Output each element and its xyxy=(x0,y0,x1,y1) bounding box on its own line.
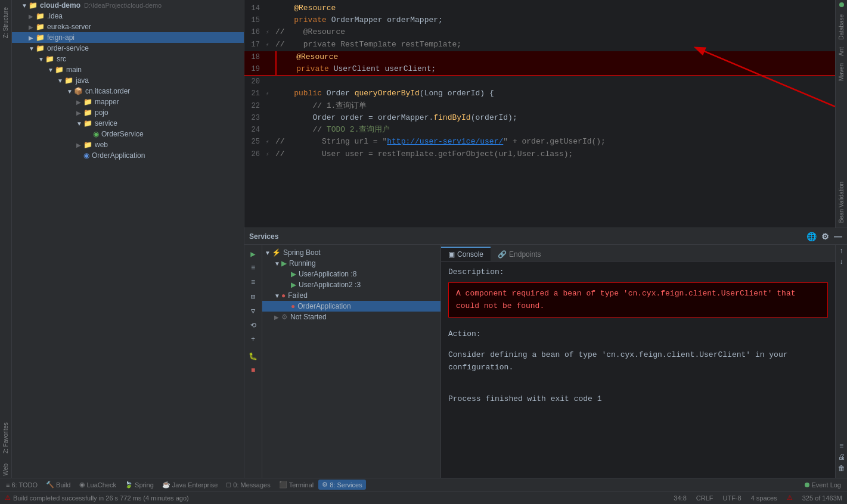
svc-orderapplication[interactable]: ● OrderApplication xyxy=(262,301,440,312)
tree-label: eureka-server xyxy=(47,23,91,31)
tree-label: src xyxy=(57,55,66,63)
tree-item-web[interactable]: ▶ 📁 web xyxy=(12,139,244,150)
build-tab[interactable]: 🔨 Build xyxy=(42,480,74,490)
print-button[interactable]: 🖨 xyxy=(838,453,845,462)
status-encoding: UTF-8 xyxy=(723,494,741,502)
scroll-down-button[interactable]: ↓ xyxy=(839,258,843,266)
refresh-button[interactable]: ⟲ xyxy=(247,319,260,332)
globe-icon[interactable]: 🌐 xyxy=(806,232,817,241)
expand-arrow: ▶ xyxy=(274,314,281,321)
scroll-up-button[interactable]: ↑ xyxy=(839,247,843,256)
folder-icon: 📁 xyxy=(83,119,92,127)
favorites-label[interactable]: 2: Favorites xyxy=(1,420,10,456)
tree-item-package[interactable]: ▼ 📦 cn.itcast.order xyxy=(12,86,244,97)
svc-userapplication[interactable]: ▶ UserApplication :8 xyxy=(262,269,440,279)
console-tab-console[interactable]: ▣ Console xyxy=(441,247,491,261)
collapse-all-button[interactable]: ≡ xyxy=(247,262,260,275)
structure-label[interactable]: Z: Structure xyxy=(1,5,10,41)
tree-item-cloud-demo[interactable]: ▼ 📁 cloud-demo D:\IdeaProject\cloud-demo xyxy=(12,0,244,11)
database-tab[interactable]: Database xyxy=(837,12,846,42)
folder-icon: 📁 xyxy=(36,12,45,20)
line-num-17: 17 xyxy=(244,39,266,51)
running-icon: ▶ xyxy=(291,281,296,289)
tree-label: feign-api xyxy=(47,33,75,42)
event-log-tab[interactable]: Event Log xyxy=(801,480,845,490)
line-num-14: 14 xyxy=(244,2,266,14)
tree-item-java[interactable]: ▼ 📁 java xyxy=(12,75,244,86)
tree-item-service[interactable]: ▼ 📁 service xyxy=(12,118,244,129)
tree-item-order-service[interactable]: ▼ 📁 order-service xyxy=(12,43,244,54)
tree-item-idea[interactable]: ▶ 📁 .idea xyxy=(12,11,244,21)
expand-all-button[interactable]: ≡ xyxy=(247,276,260,289)
messages-tab[interactable]: ◻ 0: Messages xyxy=(222,480,274,490)
folder-icon: 📁 xyxy=(55,66,64,74)
java-enterprise-tab[interactable]: ☕ Java Enterprise xyxy=(159,480,221,490)
svc-failed[interactable]: ▼ ● Failed xyxy=(262,290,440,301)
line-num-25: 25 xyxy=(244,136,266,148)
ant-tab[interactable]: Ant xyxy=(837,45,846,58)
luacheck-label: LuaCheck xyxy=(87,481,117,489)
spring-tab[interactable]: 🍃 Spring xyxy=(121,480,157,490)
services-header: Services 🌐 ⚙ — xyxy=(244,228,847,245)
line-num-16: 16 xyxy=(244,26,266,38)
tree-item-eureka[interactable]: ▶ 📁 eureka-server xyxy=(12,21,244,32)
code-line-14: 14 @Resource xyxy=(244,2,847,14)
line-num-15: 15 xyxy=(244,14,266,26)
services-tab[interactable]: ⚙ 8: Services xyxy=(318,480,365,490)
line-num-24: 24 xyxy=(244,124,266,136)
event-log-label: Event Log xyxy=(811,481,841,489)
tree-label: .idea xyxy=(47,12,63,20)
svc-not-started[interactable]: ▶ ⚙ Not Started xyxy=(262,312,440,322)
line-num-23: 23 xyxy=(244,112,266,124)
stop-button[interactable]: ■ xyxy=(247,364,260,377)
code-line-15: 15 private OrderMapper orderMapper; xyxy=(244,14,847,26)
run-button[interactable]: ▶ xyxy=(247,247,260,260)
svc-spring-boot[interactable]: ▼ ⚡ Spring Boot xyxy=(262,247,440,258)
svc-running[interactable]: ▼ ▶ Running xyxy=(262,258,440,269)
scroll-bar-button[interactable]: ≡ xyxy=(839,442,843,450)
console-process-message: Process finished with exit code 1 xyxy=(448,393,828,406)
minimize-icon[interactable]: — xyxy=(834,232,842,241)
trash-button[interactable]: 🗑 xyxy=(838,464,845,473)
tree-item-orderapplication[interactable]: ◉ OrderApplication xyxy=(12,150,244,161)
add-button[interactable]: + xyxy=(247,333,260,346)
status-indent: 4 spaces xyxy=(751,494,777,502)
tree-item-mapper[interactable]: ▶ 📁 mapper xyxy=(12,97,244,107)
luacheck-tab[interactable]: ◉ LuaCheck xyxy=(76,480,120,490)
services-title: Services xyxy=(249,232,278,241)
group-button[interactable]: ⊞ xyxy=(247,290,260,303)
console-tab-endpoints[interactable]: 🔗 Endpoints xyxy=(491,248,548,261)
settings-icon[interactable]: ⚙ xyxy=(821,232,829,241)
svc-label: UserApplication :8 xyxy=(299,270,356,278)
tree-item-pojo[interactable]: ▶ 📁 pojo xyxy=(12,107,244,118)
tree-label: cn.itcast.order xyxy=(85,87,130,95)
console-icon: ▣ xyxy=(448,250,455,259)
line-content-25: // String url = "http://user-service/use… xyxy=(275,136,606,148)
java-label: Java Enterprise xyxy=(172,481,218,489)
left-sidebar-labels: Z: Structure 2: Favorites Web xyxy=(0,0,12,478)
code-line-25: 25 ⚡ // String url = "http://user-servic… xyxy=(244,136,847,148)
tree-item-main[interactable]: ▼ 📁 main xyxy=(12,64,244,75)
services-panel: Services 🌐 ⚙ — ▶ ≡ ≡ ⊞ ▽ ⟲ xyxy=(244,228,847,478)
right-area: 14 @Resource 15 private OrderMapper orde… xyxy=(244,0,847,478)
right-panel-tabs: Database Ant Maven Bean Validation xyxy=(835,0,847,228)
terminal-tab[interactable]: ⬛ Terminal xyxy=(275,480,318,490)
tree-item-orderservice[interactable]: ◉ OrderService xyxy=(12,129,244,139)
tree-item-src[interactable]: ▼ 📁 src xyxy=(12,54,244,64)
svc-userapplication2[interactable]: ▶ UserApplication2 :3 xyxy=(262,279,440,290)
services-bottom-label: 8: Services xyxy=(330,481,362,489)
filter-button[interactable]: ▽ xyxy=(247,304,260,318)
svc-label: Failed xyxy=(288,291,308,300)
spring-leaf-icon: 🍃 xyxy=(125,481,133,489)
todo-tab[interactable]: ≡ 6: TODO xyxy=(2,480,41,490)
line-content-15: private OrderMapper orderMapper; xyxy=(275,14,443,26)
tree-item-feign-api[interactable]: ▶ 📁 feign-api xyxy=(12,32,244,43)
class-icon: ◉ xyxy=(83,151,89,160)
expand-arrow: ▼ xyxy=(67,88,74,95)
folder-icon: 📁 xyxy=(83,98,92,106)
maven-tab[interactable]: Maven xyxy=(837,61,846,83)
line-content-26: // User user = restTemplate.getForObject… xyxy=(275,148,573,160)
bean-validation-tab[interactable]: Bean Validation xyxy=(837,179,846,225)
tree-label: pojo xyxy=(95,108,108,117)
web-label[interactable]: Web xyxy=(1,461,10,478)
